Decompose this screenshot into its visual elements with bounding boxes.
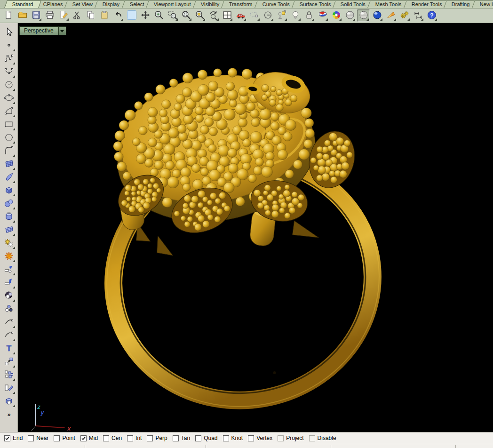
osnap-item-project[interactable]: Project (278, 435, 303, 441)
new-file-button[interactable] (2, 9, 15, 22)
osnap-item-disable[interactable]: Disable (309, 435, 336, 441)
selection-filter-button[interactable] (275, 9, 288, 22)
export-selected-button[interactable] (57, 9, 70, 22)
osnap-item-tan[interactable]: Tan (173, 435, 190, 441)
zoom-window-button[interactable] (166, 9, 179, 22)
osnap-item-mid[interactable]: Mid (80, 435, 98, 441)
boolean-difference-tool[interactable] (1, 395, 16, 408)
options-button[interactable] (398, 9, 411, 22)
toolbar-tab-render-tools[interactable]: Render Tools (404, 0, 450, 8)
osnap-item-vertex[interactable]: Vertex (248, 435, 272, 441)
osnap-checkbox-int[interactable] (127, 435, 133, 441)
surface-from-points-tool[interactable] (1, 158, 16, 171)
hide-objects-button[interactable] (248, 9, 261, 22)
curve-through-points-tool[interactable] (1, 65, 16, 79)
zoom-selected-button[interactable] (193, 9, 206, 22)
cut-button[interactable] (71, 9, 83, 22)
osnap-checkbox-knot[interactable] (223, 435, 229, 441)
boolean-union-tool[interactable] (1, 237, 16, 250)
control-point-curve-tool[interactable] (1, 52, 16, 65)
arc-tool[interactable] (1, 105, 16, 118)
osnap-checkbox-mid[interactable] (80, 435, 87, 441)
undo-view-change-button[interactable] (207, 9, 220, 22)
spotlight-button[interactable] (384, 9, 397, 22)
osnap-checkbox-tan[interactable] (173, 435, 179, 441)
trim-tool[interactable] (1, 263, 16, 276)
osnap-checkbox-cen[interactable] (103, 435, 109, 441)
osnap-checkbox-vertex[interactable] (248, 435, 254, 441)
circle-tool[interactable] (1, 79, 16, 92)
dimension-button[interactable] (412, 9, 424, 22)
osnap-checkbox-perp[interactable] (147, 435, 153, 441)
make-2d-tool[interactable] (1, 382, 16, 395)
viewport-title-label[interactable]: Perspective (19, 26, 59, 35)
osnap-checkbox-disable[interactable] (309, 435, 315, 441)
osnap-item-quad[interactable]: Quad (195, 435, 217, 441)
osnap-checkbox-quad[interactable] (195, 435, 201, 441)
viewport-layout-button[interactable] (221, 9, 233, 22)
undo-button[interactable] (111, 9, 124, 22)
osnap-item-perp[interactable]: Perp (147, 435, 167, 441)
help-button[interactable]: ? (425, 9, 438, 22)
osnap-item-knot[interactable]: Knot (223, 435, 243, 441)
lock-objects-button[interactable] (302, 9, 315, 22)
toolbar-tab-surface-tools[interactable]: Surface Tools (292, 0, 339, 8)
osnap-item-point[interactable]: Point (54, 435, 75, 441)
osnap-checkbox-point[interactable] (54, 435, 60, 441)
osnap-item-end[interactable]: End (4, 435, 23, 441)
render-settings-button[interactable] (330, 9, 342, 22)
point-cloud-tool[interactable] (1, 303, 16, 316)
point-tool[interactable] (1, 39, 16, 52)
viewport-title[interactable]: Perspective (19, 26, 66, 35)
sweep-surface-tool[interactable] (1, 171, 16, 184)
polygon-tool[interactable] (1, 131, 16, 144)
patch-surface-tool[interactable] (1, 224, 16, 237)
select-tool[interactable] (1, 26, 16, 39)
cplane-button[interactable] (262, 9, 274, 22)
render-button[interactable] (316, 9, 329, 22)
osnap-item-int[interactable]: Int (127, 435, 142, 441)
move-tool[interactable] (1, 355, 16, 368)
osnap-checkbox-project[interactable] (278, 435, 284, 441)
toolbar-tab-curve-tools[interactable]: Curve Tools (254, 0, 298, 8)
show-objects-button[interactable] (289, 9, 302, 22)
array-tool[interactable] (1, 368, 16, 382)
curve-fillet-tool[interactable] (1, 144, 16, 158)
viewport-menu-button[interactable] (59, 26, 66, 35)
osnap-checkbox-end[interactable] (4, 435, 10, 441)
fillet-curves-tool[interactable] (1, 316, 16, 329)
toolbar-tab-mesh-tools[interactable]: Mesh Tools (367, 0, 409, 8)
paste-button[interactable] (98, 9, 111, 22)
osnap-item-cen[interactable]: Cen (103, 435, 122, 441)
copy-button[interactable] (84, 9, 97, 22)
osnap-item-near[interactable]: Near (28, 435, 48, 441)
curve-boolean-tool[interactable] (1, 289, 16, 303)
open-file-button[interactable] (16, 9, 29, 22)
zoom-dynamic-button[interactable] (152, 9, 165, 22)
perspective-viewport[interactable]: zyx Perspective (18, 23, 493, 432)
pan-view-button[interactable] (139, 9, 151, 22)
box-tool[interactable] (1, 184, 16, 197)
print-button[interactable] (43, 9, 56, 22)
toolbar-tab-standard[interactable]: Standard (4, 0, 41, 8)
ellipse-tool[interactable] (1, 92, 16, 105)
sphere-tool[interactable] (1, 197, 16, 210)
extend-curve-tool[interactable] (1, 329, 16, 342)
split-tool[interactable] (1, 276, 16, 289)
toolbar-tab-viewport-layout[interactable]: Viewport Layout (146, 0, 199, 8)
rectangle-tool[interactable] (1, 118, 16, 131)
explode-tool[interactable] (1, 250, 16, 263)
text-tool[interactable]: T (1, 342, 16, 355)
zoom-extents-button[interactable] (180, 9, 192, 22)
more-tools[interactable]: » (1, 408, 16, 421)
render-preview-button[interactable] (371, 9, 383, 22)
shaded-viewport-button[interactable] (343, 9, 356, 22)
viewport-canvas[interactable]: zyx (18, 23, 493, 432)
osnap-checkbox-near[interactable] (28, 435, 34, 441)
rendered-viewport-button[interactable] (357, 9, 370, 22)
cylinder-tool[interactable] (1, 210, 16, 224)
highlighted-blank-button[interactable] (125, 9, 138, 22)
named-views-button[interactable] (234, 9, 247, 22)
toolbar-tab-new-in-v5[interactable]: New in V5 (472, 0, 493, 8)
save-file-button[interactable] (30, 9, 42, 22)
